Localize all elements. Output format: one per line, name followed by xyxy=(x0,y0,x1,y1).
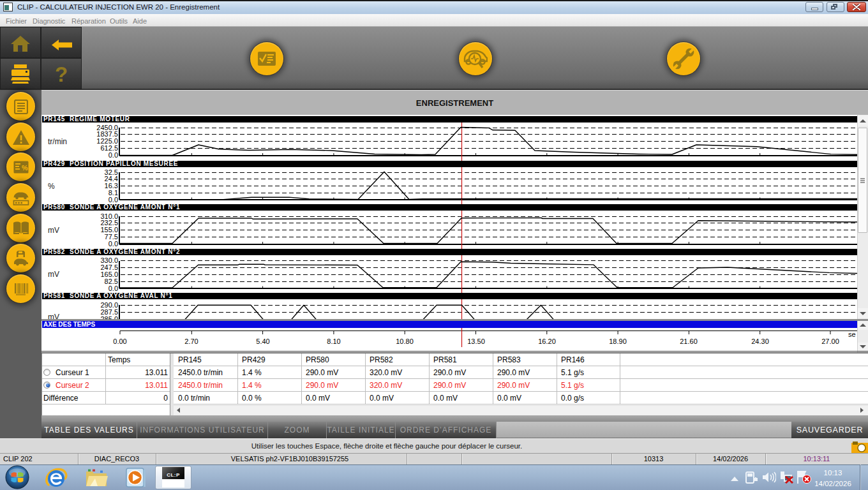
svg-text:%: % xyxy=(22,164,28,172)
